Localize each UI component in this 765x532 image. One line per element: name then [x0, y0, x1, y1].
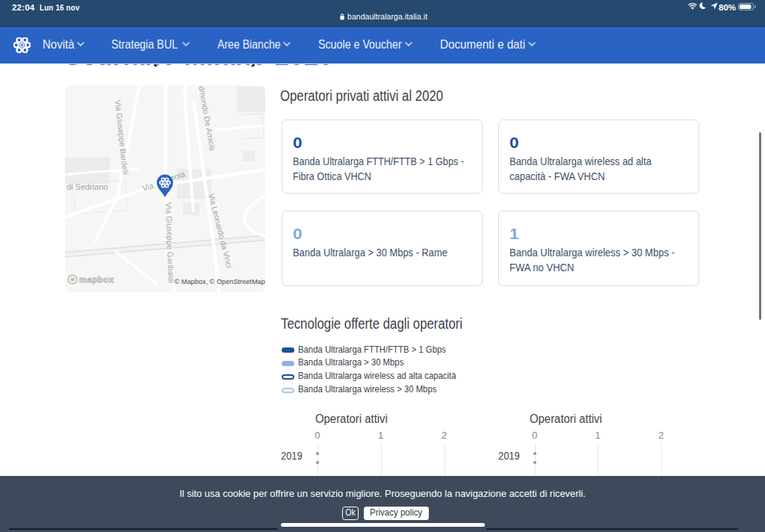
svg-text:mapbox: mapbox — [79, 275, 114, 284]
svg-text:© Mapbox, © OpenStreetMap: © Mapbox, © OpenStreetMap — [175, 278, 265, 285]
svg-text:di Sedriano: di Sedriano — [66, 182, 108, 191]
